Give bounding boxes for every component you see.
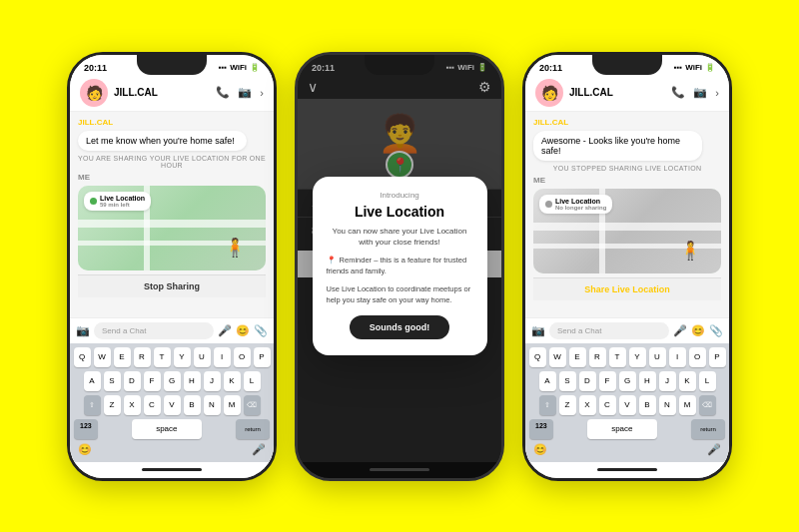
key-j[interactable]: J — [204, 371, 221, 391]
keyboard-bottom-row: 123 space return — [72, 419, 272, 439]
r-key-return[interactable]: return — [691, 419, 725, 439]
key-n[interactable]: N — [204, 395, 221, 415]
key-k[interactable]: K — [224, 371, 241, 391]
r-key-h[interactable]: H — [639, 371, 656, 391]
key-q[interactable]: Q — [74, 347, 91, 367]
key-p[interactable]: P — [254, 347, 271, 367]
keyboard-row-2: A S D F G H J K L — [72, 371, 272, 391]
r-key-space[interactable]: space — [587, 419, 657, 439]
emoji-keyboard-icon-right[interactable]: 😊 — [533, 443, 547, 456]
key-backspace[interactable]: ⌫ — [244, 395, 261, 415]
key-space[interactable]: space — [132, 419, 202, 439]
key-i[interactable]: I — [214, 347, 231, 367]
r-key-d[interactable]: D — [579, 371, 596, 391]
key-w[interactable]: W — [94, 347, 111, 367]
key-b[interactable]: B — [184, 395, 201, 415]
r-key-n[interactable]: N — [659, 395, 676, 415]
r-key-x[interactable]: X — [579, 395, 596, 415]
live-location-badge-right: Live Location No longer sharing — [539, 195, 612, 214]
key-y[interactable]: Y — [174, 347, 191, 367]
r-key-c[interactable]: C — [599, 395, 616, 415]
r-key-j[interactable]: J — [659, 371, 676, 391]
modal-reminder: 📍 Reminder – this is a feature for trust… — [327, 256, 473, 276]
emoji-icon-right[interactable]: 😊 — [691, 324, 705, 337]
key-d[interactable]: D — [124, 371, 141, 391]
status-time-right: 20:11 — [539, 63, 562, 73]
camera-icon-right[interactable]: 📷 — [531, 324, 545, 337]
r-key-g[interactable]: G — [619, 371, 636, 391]
video-icon[interactable]: 📷 — [238, 86, 252, 99]
key-a[interactable]: A — [84, 371, 101, 391]
wifi-icon: WiFi — [230, 63, 247, 72]
key-t[interactable]: T — [154, 347, 171, 367]
r-key-a[interactable]: A — [539, 371, 556, 391]
r-key-m[interactable]: M — [679, 395, 696, 415]
key-g[interactable]: G — [164, 371, 181, 391]
more-icon[interactable]: › — [260, 87, 264, 99]
chat-header-icons: 📞 📷 › — [216, 86, 264, 99]
r-key-f[interactable]: F — [599, 371, 616, 391]
key-e[interactable]: E — [114, 347, 131, 367]
emoji-keyboard-icon[interactable]: 😊 — [78, 443, 92, 456]
key-m[interactable]: M — [224, 395, 241, 415]
chat-input-right[interactable]: Send a Chat — [549, 322, 669, 339]
emoji-icon[interactable]: 😊 — [236, 324, 250, 337]
more-icon-right[interactable]: › — [715, 87, 719, 99]
key-shift[interactable]: ⇧ — [84, 395, 101, 415]
camera-icon[interactable]: 📷 — [76, 324, 90, 337]
key-z[interactable]: Z — [104, 395, 121, 415]
key-v[interactable]: V — [164, 395, 181, 415]
r-key-o[interactable]: O — [689, 347, 706, 367]
r-key-y[interactable]: Y — [629, 347, 646, 367]
r-key-z[interactable]: Z — [559, 395, 576, 415]
phone-icon[interactable]: 📞 — [216, 86, 230, 99]
r-key-w[interactable]: W — [549, 347, 566, 367]
r-key-i[interactable]: I — [669, 347, 686, 367]
key-r[interactable]: R — [134, 347, 151, 367]
stop-sharing-btn[interactable]: Stop Sharing — [78, 274, 266, 297]
battery-icon: 🔋 — [250, 63, 260, 72]
key-c[interactable]: C — [144, 395, 161, 415]
share-location-btn[interactable]: Share Live Location — [533, 277, 721, 300]
key-f[interactable]: F — [144, 371, 161, 391]
r-key-backspace[interactable]: ⌫ — [699, 395, 716, 415]
mic-keyboard-icon[interactable]: 🎤 — [252, 443, 266, 456]
r-key-p[interactable]: P — [709, 347, 726, 367]
r-key-b[interactable]: B — [639, 395, 656, 415]
mic-icon-right[interactable]: 🎤 — [673, 324, 687, 337]
r-key-123[interactable]: 123 — [529, 419, 553, 439]
key-return[interactable]: return — [236, 419, 270, 439]
attach-icon[interactable]: 📎 — [254, 324, 268, 337]
key-u[interactable]: U — [194, 347, 211, 367]
status-time: 20:11 — [84, 63, 107, 73]
r-key-r[interactable]: R — [589, 347, 606, 367]
sounds-good-button[interactable]: Sounds good! — [350, 315, 450, 339]
key-x[interactable]: X — [124, 395, 141, 415]
mic-keyboard-icon-right[interactable]: 🎤 — [707, 443, 721, 456]
r-key-u[interactable]: U — [649, 347, 666, 367]
r-key-e[interactable]: E — [569, 347, 586, 367]
signal-icon: ▪▪▪ — [219, 63, 228, 72]
key-o[interactable]: O — [234, 347, 251, 367]
chat-input[interactable]: Send a Chat — [94, 322, 214, 339]
r-key-s[interactable]: S — [559, 371, 576, 391]
video-icon-right[interactable]: 📷 — [693, 86, 707, 99]
attach-icon-right[interactable]: 📎 — [709, 324, 723, 337]
keyboard-row-1: Q W E R T Y U I O P — [72, 347, 272, 367]
modal-cta-desc: Use Live Location to coordinate meetups … — [327, 284, 473, 305]
key-h[interactable]: H — [184, 371, 201, 391]
r-key-l[interactable]: L — [699, 371, 716, 391]
chat-name: JILL.CAL — [114, 87, 210, 98]
r-key-v[interactable]: V — [619, 395, 636, 415]
reminder-icon: 📍 — [327, 256, 336, 265]
r-key-k[interactable]: K — [679, 371, 696, 391]
mic-icon[interactable]: 🎤 — [218, 324, 232, 337]
r-key-q[interactable]: Q — [529, 347, 546, 367]
key-l[interactable]: L — [244, 371, 261, 391]
middle-phone-screen: 20:11 ▪▪▪ WiFi 🔋 ∨ ⚙ 🧑‍🦱 📍 — [298, 55, 501, 462]
key-123[interactable]: 123 — [74, 419, 98, 439]
r-key-t[interactable]: T — [609, 347, 626, 367]
phone-icon-right[interactable]: 📞 — [671, 86, 685, 99]
r-key-shift[interactable]: ⇧ — [539, 395, 556, 415]
key-s[interactable]: S — [104, 371, 121, 391]
